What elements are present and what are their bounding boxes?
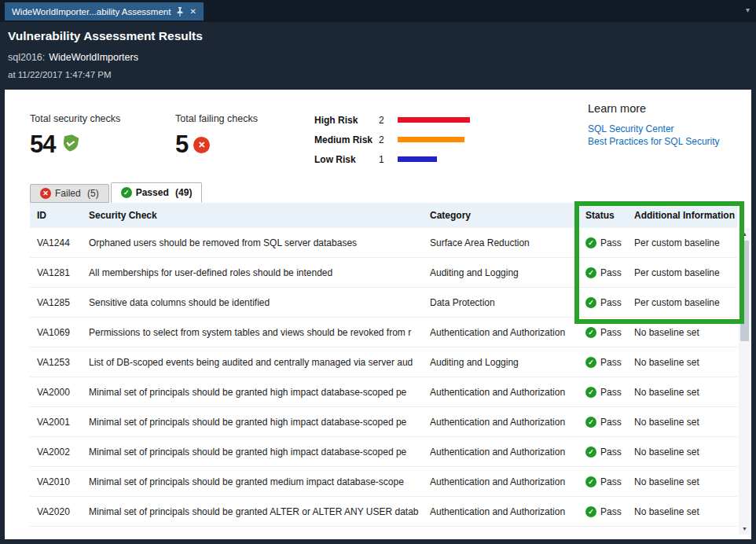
table-row[interactable]: VA1281All memberships for user-defined r… <box>30 258 737 288</box>
cell-additional-info: No baseline set <box>634 357 737 368</box>
risk-bar <box>398 137 464 142</box>
table-row[interactable]: VA2002Minimal set of principals should b… <box>30 437 737 467</box>
scan-timestamp: at 11/22/2017 1:47:47 PM <box>8 70 756 79</box>
status-label: Pass <box>600 447 622 458</box>
scrollbar-thumb[interactable] <box>740 241 749 341</box>
document-tab[interactable]: WideWorldImporter...ability Assessment ✕ <box>5 2 204 20</box>
scroll-down-arrow[interactable]: ▼ <box>739 523 750 535</box>
column-header: Security Check <box>89 210 430 221</box>
risk-count: 2 <box>379 134 398 145</box>
table-header: IDSecurity CheckCategoryStatusAdditional… <box>30 203 737 228</box>
table-row[interactable]: VA2010Minimal set of principals should b… <box>30 467 737 497</box>
total-checks-value: 54 <box>30 130 55 159</box>
risk-row: Low Risk1 <box>314 149 470 169</box>
learn-more-title: Learn more <box>588 102 720 115</box>
risk-legend: High Risk2Medium Risk2Low Risk1 <box>314 110 470 169</box>
cell-security-check: Orphaned users should be removed from SQ… <box>89 237 430 248</box>
pass-icon: ✓ <box>585 447 596 458</box>
shield-check-icon <box>61 133 81 157</box>
table-row[interactable]: VA1285Sensitive data columns should be i… <box>30 288 737 318</box>
scroll-up-arrow[interactable]: ▲ <box>739 228 750 240</box>
cell-security-check: Sensitive data columns should be identif… <box>89 297 430 308</box>
tab-passed[interactable]: ✓Passed (49) <box>111 182 203 203</box>
table-row[interactable]: VA2020Minimal set of principals should b… <box>30 497 737 527</box>
risk-bar <box>398 117 470 123</box>
page-title: Vulnerability Assessment Results <box>8 29 756 43</box>
cell-id: VA1285 <box>37 297 89 308</box>
vertical-scrollbar[interactable]: ▲ ▼ <box>739 228 750 535</box>
learn-more-link[interactable]: Best Practices for SQL Security <box>588 135 720 148</box>
column-header: Category <box>430 210 585 221</box>
cell-id: VA2010 <box>37 476 89 487</box>
learn-more-panel: Learn more SQL Security CenterBest Pract… <box>588 102 720 148</box>
total-checks-stat: Total security checks 54 <box>30 113 120 159</box>
cell-category: Auditing and Logging <box>430 357 585 368</box>
risk-bar <box>398 156 437 162</box>
close-icon[interactable]: ✕ <box>189 7 196 16</box>
cell-security-check: Minimal set of principals should be gran… <box>89 476 430 487</box>
cell-additional-info: No baseline set <box>634 417 737 428</box>
cell-security-check: Permissions to select from system tables… <box>89 327 430 338</box>
cell-category: Authentication and Authorization <box>430 447 585 458</box>
cell-security-check: Minimal set of principals should be gran… <box>89 506 430 517</box>
cell-additional-info: No baseline set <box>634 476 737 487</box>
pass-icon: ✓ <box>585 476 596 487</box>
learn-more-link[interactable]: SQL Security Center <box>588 123 720 135</box>
cell-additional-info: No baseline set <box>634 506 737 517</box>
table-row[interactable]: VA2000Minimal set of principals should b… <box>30 377 737 407</box>
cell-id: VA2002 <box>37 447 89 458</box>
column-header: ID <box>37 210 89 221</box>
content-area: Total security checks 54 Total failing c… <box>5 90 751 539</box>
tab-label: Failed <box>55 188 81 199</box>
cell-category: Data Protection <box>430 297 585 308</box>
cell-category: Authentication and Authorization <box>430 417 585 428</box>
pin-icon[interactable] <box>176 7 184 17</box>
database-name: WideWorldImporters <box>49 52 138 63</box>
cell-status: ✓Pass <box>585 237 634 248</box>
risk-label: Low Risk <box>314 154 379 165</box>
status-label: Pass <box>600 267 622 278</box>
tab-failed[interactable]: ✕Failed (5) <box>30 184 109 203</box>
cell-status: ✓Pass <box>585 476 634 487</box>
cell-status: ✓Pass <box>585 297 634 308</box>
table-row[interactable]: VA2001Minimal set of principals should b… <box>30 407 737 437</box>
cell-additional-info: No baseline set <box>634 387 737 398</box>
risk-label: Medium Risk <box>314 134 379 145</box>
status-label: Pass <box>600 387 622 398</box>
status-label: Pass <box>600 327 622 338</box>
tab-count: (5) <box>85 188 99 199</box>
results-header: Vulnerability Assessment Results sql2016… <box>0 22 756 90</box>
cell-status: ✓Pass <box>585 357 634 368</box>
risk-label: High Risk <box>314 115 379 126</box>
failing-checks-label: Total failing checks <box>175 113 258 124</box>
table-row[interactable]: VA1069Permissions to select from system … <box>30 318 737 347</box>
cell-status: ✓Pass <box>585 506 634 517</box>
cell-category: Authentication and Authorization <box>430 506 585 517</box>
risk-row: High Risk2 <box>314 110 470 130</box>
column-header: Additional Information <box>634 210 737 221</box>
cell-additional-info: Per custom baseline <box>634 267 737 278</box>
vulnerability-assessment-window: WideWorldImporter...ability Assessment ✕… <box>0 0 756 544</box>
table-row[interactable]: VA1244Orphaned users should be removed f… <box>30 228 737 258</box>
cell-category: Authentication and Authorization <box>430 387 585 398</box>
window-list-dropdown-icon[interactable]: ▾ <box>746 6 750 14</box>
tab-count: (49) <box>173 187 193 198</box>
failing-checks-value: 5 <box>175 130 188 159</box>
cell-category: Authentication and Authorization <box>430 327 585 338</box>
cell-security-check: List of DB-scoped events being audited a… <box>89 357 430 368</box>
tab-label: Passed <box>136 187 169 198</box>
status-label: Pass <box>600 297 622 308</box>
total-checks-label: Total security checks <box>30 113 120 124</box>
cell-security-check: Minimal set of principals should be gran… <box>89 447 430 458</box>
cell-additional-info: Per custom baseline <box>634 237 737 248</box>
cell-id: VA1244 <box>37 237 89 248</box>
results-table: IDSecurity CheckCategoryStatusAdditional… <box>30 203 737 528</box>
cell-status: ✓Pass <box>585 327 634 338</box>
server-name: sql2016: <box>8 52 45 63</box>
table-row[interactable]: VA1253List of DB-scoped events being aud… <box>30 347 737 377</box>
status-label: Pass <box>600 417 622 428</box>
cell-category: Authentication and Authorization <box>430 476 585 487</box>
error-icon: ✕ <box>193 137 210 153</box>
cell-additional-info: Per custom baseline <box>634 297 737 308</box>
cell-status: ✓Pass <box>585 447 634 458</box>
